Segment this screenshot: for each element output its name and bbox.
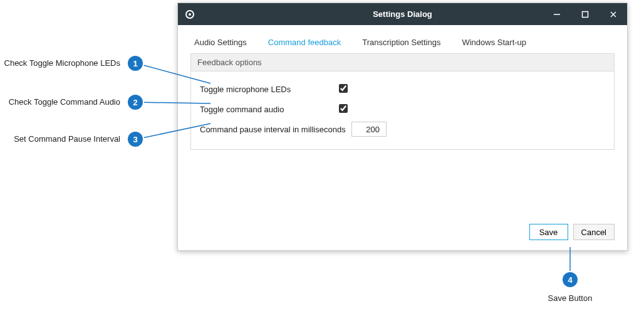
callout-label-3: Set Command Pause Interval (13, 134, 120, 144)
window-title: Settings Dialog (373, 9, 432, 19)
close-button[interactable] (599, 3, 627, 25)
dialog-footer: Save Cancel (190, 216, 615, 240)
row-toggle-audio: Toggle command audio (200, 99, 605, 119)
toggle-audio-checkbox[interactable] (339, 104, 348, 113)
tab-command-feedback[interactable]: Command feedback (264, 34, 345, 53)
pause-interval-control (351, 122, 387, 137)
minimize-button[interactable] (543, 3, 571, 25)
feedback-options-group: Feedback options Toggle microphone LEDs … (190, 53, 615, 150)
window-controls (543, 3, 627, 25)
pause-interval-label: Command pause interval in milliseconds (200, 125, 351, 134)
group-body: Toggle microphone LEDs Toggle command au… (191, 71, 614, 149)
svg-point-1 (189, 13, 191, 16)
tab-windows-startup[interactable]: Windows Start-up (458, 34, 530, 53)
app-icon (184, 9, 195, 20)
callout-badge-4: 4 (563, 272, 578, 287)
group-header: Feedback options (191, 54, 614, 71)
tab-bar: Audio Settings Command feedback Transcri… (178, 25, 627, 53)
cancel-button[interactable]: Cancel (573, 224, 615, 240)
row-toggle-leds: Toggle microphone LEDs (200, 79, 605, 99)
svg-rect-3 (582, 11, 588, 17)
callout-label-4: Save Button (544, 293, 596, 303)
tab-audio-settings[interactable]: Audio Settings (190, 34, 251, 53)
toggle-leds-control (339, 84, 348, 95)
toggle-leds-label: Toggle microphone LEDs (200, 85, 339, 94)
settings-dialog: Settings Dialog Audio Settings Command f… (177, 3, 628, 251)
save-button[interactable]: Save (529, 224, 568, 240)
toggle-leds-checkbox[interactable] (339, 84, 348, 93)
titlebar: Settings Dialog (178, 3, 627, 25)
pause-interval-input[interactable] (351, 122, 387, 137)
callout-badge-1: 1 (128, 56, 143, 71)
tab-transcription-settings[interactable]: Transcription Settings (358, 34, 444, 53)
toggle-audio-control (339, 104, 348, 115)
callout-badge-2: 2 (128, 95, 143, 110)
toggle-audio-label: Toggle command audio (200, 105, 339, 114)
callout-label-1: Check Toggle Microphone LEDs (3, 58, 120, 68)
row-pause-interval: Command pause interval in milliseconds (200, 119, 605, 139)
callout-badge-3: 3 (128, 132, 143, 147)
content-area: Feedback options Toggle microphone LEDs … (178, 53, 627, 250)
maximize-button[interactable] (571, 3, 599, 25)
callout-label-2: Check Toggle Command Audio (3, 97, 120, 107)
